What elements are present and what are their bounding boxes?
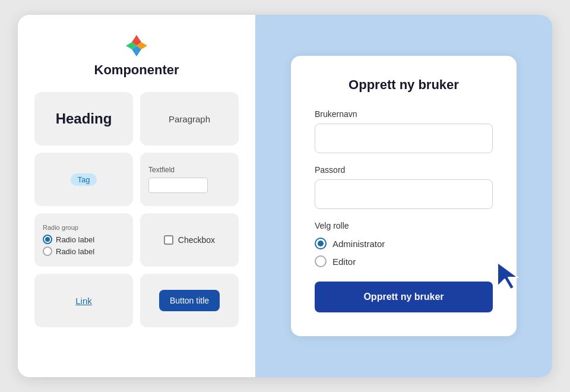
link-demo[interactable]: Link — [75, 296, 92, 306]
radio-wrapper: Radio group Radio label Radio label — [43, 224, 125, 256]
app-title: Komponenter — [94, 62, 179, 78]
role-option-editor[interactable]: Editor — [315, 255, 493, 267]
submit-button[interactable]: Opprett ny bruker — [315, 282, 493, 312]
radio-group-label: Radio group — [43, 224, 78, 231]
app-logo-icon — [125, 34, 148, 58]
tag-card[interactable]: Tag — [34, 153, 133, 206]
password-input[interactable] — [315, 179, 493, 209]
main-container: Komponenter Heading Paragraph Tag Textfi… — [18, 15, 552, 377]
heading-label: Heading — [56, 110, 112, 127]
svg-marker-4 — [498, 263, 518, 289]
role-group: Velg rolle Administrator Editor — [315, 221, 493, 267]
role-options: Administrator Editor — [315, 238, 493, 267]
left-panel: Komponenter Heading Paragraph Tag Textfi… — [18, 15, 255, 377]
components-grid: Heading Paragraph Tag Textfield — [34, 92, 239, 327]
demo-button[interactable]: Button title — [159, 290, 220, 311]
right-panel: Opprett ny bruker Brukernavn Passord Vel… — [255, 15, 552, 377]
checkbox-box[interactable] — [164, 235, 173, 245]
username-input[interactable] — [315, 124, 493, 153]
radio-circle-1 — [43, 235, 52, 244]
heading-card[interactable]: Heading — [34, 92, 133, 146]
role-editor-label: Editor — [332, 257, 356, 267]
button-card[interactable]: Button title — [140, 274, 239, 327]
textfield-card-label: Textfield — [148, 166, 175, 174]
checkbox-card[interactable]: Checkbox — [140, 213, 239, 267]
create-user-form-card: Opprett ny bruker Brukernavn Passord Vel… — [291, 56, 517, 336]
tag-wrapper: Tag — [71, 173, 97, 186]
checkbox-label: Checkbox — [178, 235, 215, 245]
textfield-demo-input[interactable] — [148, 178, 208, 193]
role-administrator-label: Administrator — [332, 239, 385, 249]
paragraph-label: Paragraph — [169, 114, 210, 124]
cursor-icon — [493, 260, 522, 295]
checkbox-wrapper: Checkbox — [164, 235, 215, 245]
radio-circle-2 — [43, 246, 52, 256]
radio-card[interactable]: Radio group Radio label Radio label — [34, 213, 133, 267]
paragraph-card[interactable]: Paragraph — [140, 92, 239, 146]
role-label: Velg rolle — [315, 221, 493, 230]
tag-chip: Tag — [71, 173, 97, 186]
textfield-card[interactable]: Textfield — [140, 153, 239, 206]
username-label: Brukernavn — [315, 109, 493, 119]
password-group: Passord — [315, 165, 493, 209]
logo-container: Komponenter — [94, 34, 179, 78]
radio-item-2[interactable]: Radio label — [43, 246, 94, 256]
radio-label-2: Radio label — [56, 247, 94, 256]
textfield-wrapper: Textfield — [148, 166, 230, 193]
username-group: Brukernavn — [315, 109, 493, 153]
radio-label-1: Radio label — [56, 235, 94, 244]
form-title: Opprett ny bruker — [315, 77, 493, 93]
radio-editor[interactable] — [315, 255, 327, 267]
radio-item-1[interactable]: Radio label — [43, 235, 94, 244]
link-card[interactable]: Link — [34, 274, 133, 327]
radio-administrator[interactable] — [315, 238, 327, 249]
role-option-administrator[interactable]: Administrator — [315, 238, 493, 249]
password-label: Passord — [315, 165, 493, 175]
